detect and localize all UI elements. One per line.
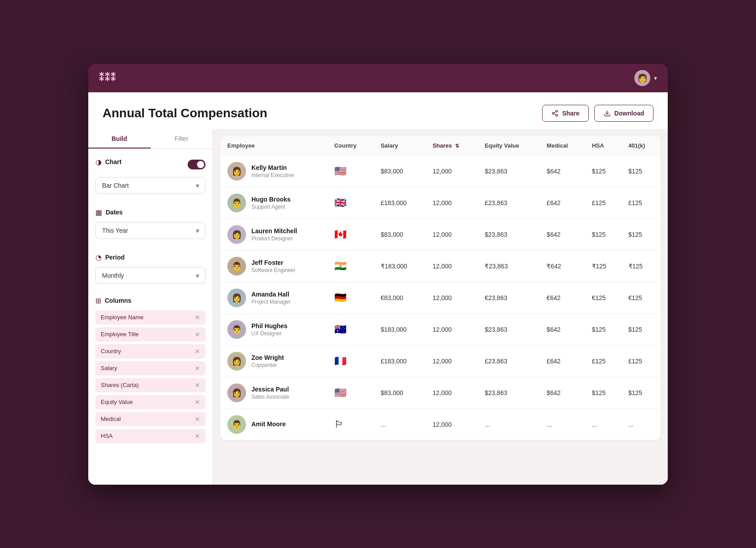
cell-401k: $125 bbox=[621, 313, 661, 345]
employee-avatar: 👩 bbox=[227, 383, 246, 402]
column-chip: Shares (Carta)✕ bbox=[95, 378, 205, 392]
th-shares[interactable]: Shares ⇅ bbox=[425, 136, 477, 156]
employee-avatar: 👨 bbox=[227, 415, 246, 434]
svg-point-2 bbox=[556, 114, 558, 116]
chip-remove-icon[interactable]: ✕ bbox=[195, 314, 200, 321]
cell-medical: $642 bbox=[539, 155, 584, 187]
employee-title: Copywriter bbox=[251, 362, 284, 368]
cell-employee: 👩 Jessica Paul Sales Associate bbox=[220, 377, 327, 408]
cell-country: 🇩🇪 bbox=[327, 282, 374, 313]
app-window: ⁑⁑⁑ 🧑 ▾ Annual Total Compensation Share bbox=[88, 64, 668, 485]
cell-country: 🇫🇷 bbox=[327, 345, 374, 377]
dates-wrapper: This Year Last Year All Time bbox=[95, 222, 205, 239]
table-header-row: Employee Country Salary Shares ⇅ Equity … bbox=[220, 136, 661, 156]
cell-401k: £125 bbox=[621, 187, 661, 218]
chip-remove-icon[interactable]: ✕ bbox=[195, 433, 200, 440]
cell-shares: 12,000 bbox=[425, 377, 477, 408]
table-row: 👨 Hugo Brooks Support Agent 🇬🇧 £183,000 … bbox=[220, 187, 661, 218]
dates-label: Dates bbox=[106, 209, 123, 216]
chart-toggle[interactable] bbox=[188, 160, 205, 169]
cell-medical: $642 bbox=[539, 377, 584, 408]
download-icon bbox=[604, 110, 611, 117]
employee-avatar: 👨 bbox=[227, 257, 246, 276]
chart-type-select[interactable]: Bar Chart Line Chart Pie Chart bbox=[95, 177, 205, 194]
cell-employee: 👩 Lauren Mitchell Product Designer bbox=[220, 218, 327, 250]
cell-country: 🇨🇦 bbox=[327, 218, 374, 250]
th-employee: Employee bbox=[220, 136, 327, 156]
clock-icon: ◔ bbox=[95, 253, 102, 262]
cell-shares: 12,000 bbox=[425, 218, 477, 250]
table-body: 👩 Kelly Martin Internal Executive 🇺🇸 $83… bbox=[220, 155, 661, 440]
header-actions: Share Download bbox=[542, 105, 653, 122]
tab-filter[interactable]: Filter bbox=[151, 129, 213, 148]
download-button[interactable]: Download bbox=[594, 105, 653, 122]
cell-employee: 👨 Hugo Brooks Support Agent bbox=[220, 187, 327, 218]
top-bar: ⁑⁑⁑ 🧑 ▾ bbox=[88, 64, 668, 92]
tab-build[interactable]: Build bbox=[88, 129, 151, 148]
cell-401k: $125 bbox=[621, 377, 661, 408]
svg-point-1 bbox=[552, 112, 554, 114]
chip-remove-icon[interactable]: ✕ bbox=[195, 399, 200, 406]
dates-section: ▦ Dates This Year Last Year All Time bbox=[88, 199, 213, 244]
dates-select[interactable]: This Year Last Year All Time bbox=[95, 222, 205, 239]
employee-avatar: 👩 bbox=[227, 352, 246, 371]
employee-avatar: 👩 bbox=[227, 162, 246, 181]
period-select[interactable]: Monthly Weekly Quarterly Annually bbox=[95, 267, 205, 284]
chip-remove-icon[interactable]: ✕ bbox=[195, 348, 200, 355]
chevron-down-icon[interactable]: ▾ bbox=[654, 74, 657, 82]
table-container: Employee Country Salary Shares ⇅ Equity … bbox=[220, 136, 661, 440]
chip-remove-icon[interactable]: ✕ bbox=[195, 331, 200, 338]
employee-name: Amit Moore bbox=[251, 420, 286, 428]
chip-remove-icon[interactable]: ✕ bbox=[195, 416, 200, 423]
cell-equity: ... bbox=[477, 408, 539, 440]
cell-401k: $125 bbox=[621, 155, 661, 187]
cell-country: 🇬🇧 bbox=[327, 187, 374, 218]
cell-employee: 👩 Kelly Martin Internal Executive bbox=[220, 155, 327, 187]
cell-medical: £642 bbox=[539, 345, 584, 377]
employee-title: Support Agent bbox=[251, 204, 291, 210]
cell-salary: $183,000 bbox=[374, 313, 425, 345]
chart-toggle-row: ◑ Chart bbox=[95, 158, 205, 177]
employee-name: Jeff Foster bbox=[251, 259, 296, 266]
employee-name: Kelly Martin bbox=[251, 164, 294, 171]
cell-401k: ... bbox=[621, 408, 661, 440]
table-row: 👨 Jeff Foster Software Engineer 🇮🇳 ₹183,… bbox=[220, 250, 661, 282]
chip-label: Shares (Carta) bbox=[101, 382, 139, 388]
employee-title: Sales Associate bbox=[251, 394, 289, 400]
chip-remove-icon[interactable]: ✕ bbox=[195, 382, 200, 389]
column-chip: HSA✕ bbox=[95, 429, 205, 443]
share-button[interactable]: Share bbox=[542, 105, 589, 122]
avatar[interactable]: 🧑 bbox=[634, 70, 650, 86]
th-hsa: HSA bbox=[585, 136, 621, 156]
country-flag: 🇩🇪 bbox=[334, 292, 346, 303]
cell-hsa: ₹125 bbox=[585, 250, 621, 282]
cell-medical: ... bbox=[539, 408, 584, 440]
cell-employee: 👩 Zoe Wright Copywriter bbox=[220, 345, 327, 377]
cell-hsa: $125 bbox=[585, 155, 621, 187]
cell-equity: $23,863 bbox=[477, 155, 539, 187]
employee-title: UX Designer bbox=[251, 330, 288, 337]
cell-salary: £183,000 bbox=[374, 187, 425, 218]
employee-avatar: 👨 bbox=[227, 194, 246, 212]
cell-country: 🇮🇳 bbox=[327, 250, 374, 282]
period-label: Period bbox=[105, 254, 125, 261]
chip-label: Equity Value bbox=[101, 399, 133, 405]
th-401k: 401(k) bbox=[621, 136, 661, 156]
cell-equity: £23,863 bbox=[477, 187, 539, 218]
dates-header: ▦ Dates bbox=[95, 208, 205, 217]
country-flag: 🇬🇧 bbox=[334, 197, 346, 208]
column-chip: Equity Value✕ bbox=[95, 395, 205, 409]
columns-section: ⊞ Columns Employee Name✕Employee Title✕C… bbox=[88, 289, 213, 449]
chip-label: Salary bbox=[101, 365, 117, 371]
cell-salary: $83,000 bbox=[374, 218, 425, 250]
chip-remove-icon[interactable]: ✕ bbox=[195, 365, 200, 372]
cell-hsa: $125 bbox=[585, 218, 621, 250]
cell-401k: £125 bbox=[621, 345, 661, 377]
columns-icon: ⊞ bbox=[95, 297, 101, 305]
table-row: 👩 Lauren Mitchell Product Designer 🇨🇦 $8… bbox=[220, 218, 661, 250]
th-equity: Equity Value bbox=[477, 136, 539, 156]
app-logo: ⁑⁑⁑ bbox=[99, 72, 116, 84]
cell-equity: $23,863 bbox=[477, 313, 539, 345]
columns-header: ⊞ Columns bbox=[95, 297, 205, 305]
cell-medical: $642 bbox=[539, 313, 584, 345]
